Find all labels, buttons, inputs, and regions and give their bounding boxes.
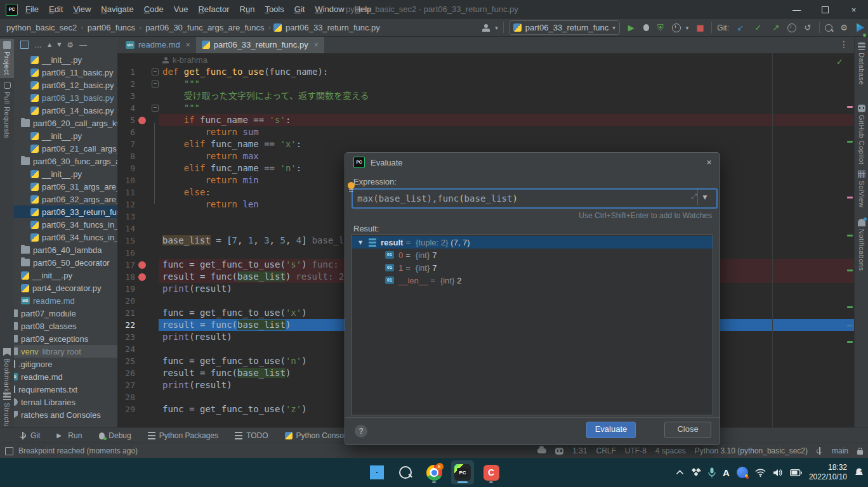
tab-options-icon[interactable]: ⋮ [839,39,848,49]
tree-item[interactable]: __init__.py [14,129,117,142]
tree-item[interactable]: part06_40_lambda [14,244,117,256]
sidebar-item-notifications[interactable]: Notifications [855,219,868,271]
user-account-icon[interactable] [482,24,490,32]
line-number[interactable]: 11 [117,186,135,198]
toolwindow-python-console[interactable]: Python Console [285,431,350,440]
vcs-change-mark[interactable] [847,235,853,237]
jetbrains-toolbox-icon[interactable] [855,23,864,32]
cloud-sync-icon[interactable] [537,448,546,453]
git-commit-icon[interactable]: ✓ [752,23,765,32]
vcs-change-mark[interactable] [847,197,853,198]
tree-item[interactable]: part08_classes [14,320,117,332]
tree-item[interactable]: part06_13_basic.py [14,91,117,104]
status-message[interactable]: Breakpoint reached (moments ago) [18,446,138,455]
tree-item[interactable]: venvlibrary root [14,345,117,358]
result-child-row[interactable]: 011={int}7 [352,261,713,274]
vcs-change-mark[interactable] [847,106,853,108]
tree-item[interactable]: part4_decorator.py [14,282,117,294]
history-icon[interactable] [787,23,796,32]
menu-item-refactor[interactable]: Refactor [193,0,234,19]
search-everywhere-icon[interactable] [825,24,832,32]
tree-item[interactable]: part06_11_basic.py [14,66,117,79]
line-number[interactable]: 22 [117,319,135,331]
menu-item-window[interactable]: Window [310,0,349,19]
menu-item-edit[interactable]: Edit [44,0,68,19]
vcs-change-mark[interactable] [847,341,853,343]
menu-item-file[interactable]: File [20,0,44,19]
menu-item-run[interactable]: Run [235,0,260,19]
line-number[interactable]: 9 [117,162,135,174]
breakpoint-dot[interactable] [138,261,146,269]
more-options-icon[interactable]: … [34,41,42,49]
inspections-ok-icon[interactable]: ✓ [836,57,843,67]
tree-item[interactable]: part06_33_return_func.p [14,205,117,218]
result-root-row[interactable]: ▼ result = {tuple: 2} (7, 7) [352,236,713,249]
line-number[interactable]: 1 [117,66,135,78]
git-push-icon[interactable]: ↗ [770,23,782,32]
breadcrumb-item[interactable]: python_basic_sec2 [5,23,78,32]
sidebar-item-pull-requests[interactable]: Pull Requests [0,82,14,138]
taskbar-camtasia-button[interactable]: C [480,460,503,484]
line-number[interactable]: 24 [117,343,135,355]
debug-button[interactable] [643,24,649,31]
tree-item[interactable]: part06_20_call_args_kwargs [14,117,117,129]
panel-settings-gear-icon[interactable]: ⚙ [67,41,74,49]
result-tree[interactable]: ▼ result = {tuple: 2} (7, 7) 010={int}70… [352,234,713,415]
run-configuration-select[interactable]: part06_33_return_func ▾ [509,20,620,35]
copilot-status-icon[interactable] [555,448,563,455]
line-number[interactable]: 10 [117,174,135,186]
vcs-change-mark[interactable] [847,269,853,271]
tab-part06-33-return-func[interactable]: part06_33_return_func.py × [196,36,324,53]
line-number[interactable]: 26 [117,367,135,379]
line-number[interactable]: 19 [117,283,135,295]
evaluate-button[interactable]: Evaluate [586,422,636,438]
result-child-row[interactable]: 010={int}7 [352,249,713,261]
coverage-button[interactable]: ⛨ [654,23,667,33]
hide-panel-icon[interactable]: — [79,41,87,49]
tree-item[interactable]: part06_30_func_args_are_fu [14,155,117,167]
wifi-icon[interactable] [755,469,766,477]
sidebar-item-database[interactable]: Database [855,42,868,85]
taskbar-clock[interactable]: 18:32 2022/10/10 [809,463,847,482]
menu-item-code[interactable]: Code [139,0,169,19]
lock-icon[interactable] [857,450,863,455]
line-number[interactable]: 8 [117,150,135,162]
toolwindow-git[interactable]: Git [19,431,40,440]
line-number[interactable]: 29 [117,403,135,415]
line-number[interactable]: 25 [117,355,135,367]
close-button[interactable]: × [839,0,868,19]
sidebar-item-bookmarks[interactable]: Bookmarks [0,348,14,396]
vcs-change-mark[interactable] [847,325,853,327]
settings-gear-icon[interactable]: ⚙ [838,23,850,32]
close-tab-icon[interactable]: × [314,41,319,49]
microphone-icon[interactable] [708,467,716,477]
breakpoint-dot[interactable] [138,273,146,281]
line-number[interactable]: 28 [117,391,135,403]
stop-button[interactable]: ■ [694,23,706,32]
maximize-button[interactable] [811,0,839,19]
expand-editor-icon[interactable]: ⤢ [691,192,697,200]
fold-icon[interactable]: – [152,105,159,112]
breadcrumb-item[interactable]: part06_funcs [86,23,136,32]
battery-icon[interactable] [790,469,802,476]
python-interpreter[interactable]: Python 3.10 (python_basic_sec2) [695,446,808,455]
line-number[interactable]: 20 [117,295,135,307]
tab-readme[interactable]: MD readme.md × [120,36,196,53]
tree-item[interactable]: MDreadme.md [14,294,117,307]
tree-item[interactable]: part06_14_basic.py [14,104,117,117]
tree-item[interactable]: part06_21_call_args_kwa [14,142,117,155]
toolwindow-debug[interactable]: Debug [98,431,131,440]
line-number[interactable]: 2 [117,78,135,90]
line-number[interactable]: 4 [117,102,135,114]
line-number[interactable]: 13 [117,211,135,223]
vcs-change-mark[interactable] [847,306,853,308]
line-separator[interactable]: CRLF [596,446,615,455]
collapse-all-icon[interactable]: ▼ [57,42,61,48]
fold-icon[interactable]: – [152,68,159,75]
expression-history-dropdown[interactable]: ▼ [697,190,712,205]
tree-item[interactable]: MDreadme.md [14,370,117,383]
fold-icon[interactable]: – [152,81,159,88]
tray-chevron-up-icon[interactable] [676,470,684,475]
breakpoint-dot[interactable] [138,117,146,124]
indent-style[interactable]: 4 spaces [655,446,686,455]
